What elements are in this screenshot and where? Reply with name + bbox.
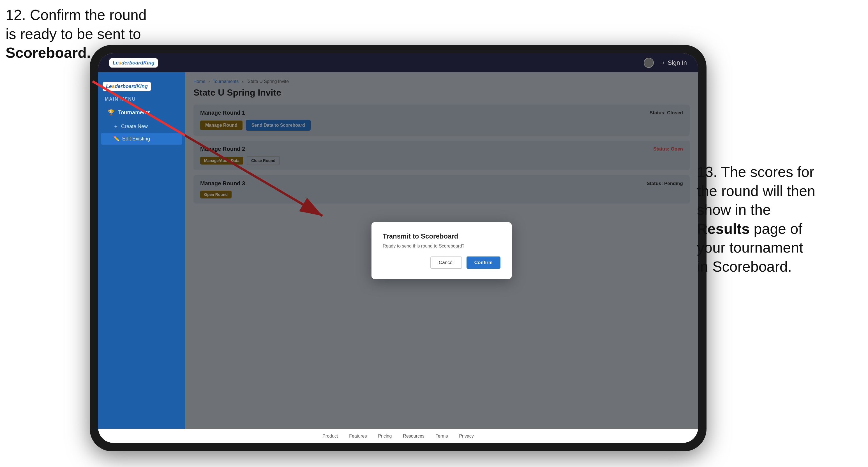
sidebar: LeaderboardKing MAIN MENU 🏆 Tournaments …	[98, 72, 185, 429]
annotation-right-line3: show in the	[697, 201, 771, 218]
tablet-device: LeaderboardKing → Sign In	[90, 45, 707, 451]
footer-link-product[interactable]: Product	[322, 434, 338, 439]
footer-link-resources[interactable]: Resources	[403, 434, 424, 439]
main-area: LeaderboardKing MAIN MENU 🏆 Tournaments …	[98, 72, 698, 429]
sidebar-sub-item-create-new[interactable]: ＋ Create New	[101, 120, 182, 133]
edit-icon: ✏️	[113, 136, 119, 142]
modal-box: Transmit to Scoreboard Ready to send thi…	[371, 222, 512, 279]
footer-link-terms[interactable]: Terms	[436, 434, 448, 439]
sidebar-tournaments-label: Tournaments	[118, 109, 151, 116]
modal-title: Transmit to Scoreboard	[383, 232, 500, 240]
tablet-screen: LeaderboardKing → Sign In	[98, 53, 698, 443]
user-avatar-icon	[644, 58, 654, 68]
sidebar-sub-item-edit-existing[interactable]: ✏️ Edit Existing	[101, 133, 182, 145]
navbar-right: → Sign In	[644, 58, 687, 68]
footer-link-features[interactable]: Features	[349, 434, 367, 439]
sidebar-edit-existing-label: Edit Existing	[122, 136, 150, 142]
annotation-top-left: 12. Confirm the round is ready to be sen…	[6, 6, 147, 63]
footer-link-privacy[interactable]: Privacy	[459, 434, 473, 439]
main-menu-label: MAIN MENU	[98, 94, 185, 104]
modal-overlay: Transmit to Scoreboard Ready to send thi…	[185, 72, 698, 429]
annotation-line1: 12. Confirm the round	[6, 7, 147, 23]
annotation-right-results: Results	[697, 221, 750, 237]
plus-icon: ＋	[113, 123, 118, 130]
app-footer: ProductFeaturesPricingResourcesTermsPriv…	[98, 429, 698, 443]
sidebar-logo-area: LeaderboardKing	[98, 78, 185, 94]
modal-actions: Cancel Confirm	[383, 256, 500, 269]
sign-in-arrow-icon: →	[659, 59, 665, 66]
modal-confirm-button[interactable]: Confirm	[467, 256, 500, 269]
modal-subtitle: Ready to send this round to Scoreboard?	[383, 244, 500, 249]
sidebar-logo-text: LeaderboardKing	[106, 84, 148, 89]
sign-in-button[interactable]: → Sign In	[659, 59, 687, 66]
annotation-line2: is ready to be sent to	[6, 26, 141, 42]
top-navbar: LeaderboardKing → Sign In	[98, 53, 698, 72]
annotation-right-line6: in Scoreboard.	[697, 258, 792, 275]
app-frame: LeaderboardKing → Sign In	[98, 53, 698, 443]
annotation-right-line1: 13. The scores for	[697, 164, 814, 180]
annotation-right-line5: your tournament	[697, 239, 803, 256]
annotation-line3: Scoreboard.	[6, 44, 91, 61]
sidebar-create-new-label: Create New	[121, 124, 148, 129]
annotation-right-line2: the round will then	[697, 183, 815, 199]
sidebar-logo-badge: LeaderboardKing	[103, 82, 151, 91]
sidebar-item-tournaments[interactable]: 🏆 Tournaments	[101, 105, 182, 120]
sign-in-label: Sign In	[668, 59, 687, 66]
footer-link-pricing[interactable]: Pricing	[378, 434, 392, 439]
trophy-icon: 🏆	[108, 109, 115, 116]
modal-cancel-button[interactable]: Cancel	[430, 256, 462, 269]
annotation-right-line4rest: page of	[750, 221, 802, 237]
annotation-right: 13. The scores for the round will then s…	[697, 163, 860, 276]
content-area: Home › Tournaments › State U Spring Invi…	[185, 72, 698, 429]
